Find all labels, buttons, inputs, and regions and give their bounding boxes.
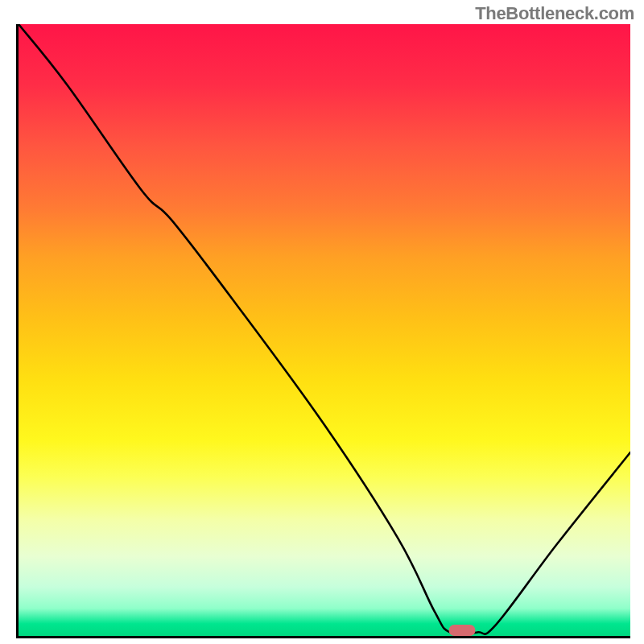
gradient-background xyxy=(19,24,630,636)
watermark-text: TheBottleneck.com xyxy=(475,3,634,24)
chart-area xyxy=(16,24,630,638)
chart-container: TheBottleneck.com xyxy=(0,0,644,644)
minimum-marker xyxy=(449,625,476,636)
